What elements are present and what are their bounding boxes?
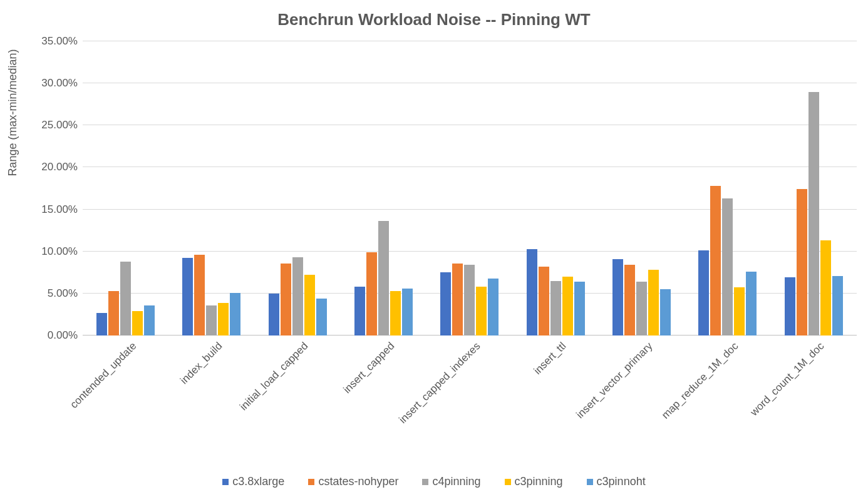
x-tick-label: initial_load_capped xyxy=(233,336,311,413)
legend-swatch xyxy=(587,479,593,485)
bar xyxy=(366,252,377,336)
x-tick-label: insert_capped xyxy=(336,336,397,396)
bar xyxy=(218,303,229,336)
bars-layer: contended_updateindex_buildinitial_load_… xyxy=(83,41,857,336)
category-group: contended_update xyxy=(83,41,168,336)
y-axis-label: Range (max-min/median) xyxy=(6,0,19,225)
bar xyxy=(194,255,205,336)
bar xyxy=(698,250,709,336)
bar xyxy=(785,277,795,336)
bar xyxy=(281,264,291,336)
legend-swatch xyxy=(222,479,229,485)
y-tick-label: 15.00% xyxy=(41,203,83,216)
y-tick-label: 10.00% xyxy=(41,245,83,258)
chart-title: Benchrun Workload Noise -- Pinning WT xyxy=(0,10,868,29)
bar xyxy=(636,282,647,336)
category-group: initial_load_capped xyxy=(255,41,341,336)
legend: c3.8xlargecstates-nohyperc4pinningc3pinn… xyxy=(0,475,868,488)
x-tick-label: index_build xyxy=(173,336,225,387)
bar xyxy=(390,291,401,336)
bar xyxy=(562,277,573,336)
bar xyxy=(120,262,131,336)
bar xyxy=(230,293,240,336)
bar xyxy=(488,279,499,336)
category-group: insert_ttl xyxy=(513,41,599,336)
x-tick-label: insert_vector_primary xyxy=(569,336,655,421)
y-tick-label: 25.00% xyxy=(41,119,83,131)
category-group: insert_capped_indexes xyxy=(426,41,512,336)
legend-label: cstates-nohyper xyxy=(318,475,398,488)
y-tick-label: 5.00% xyxy=(48,287,83,300)
bar xyxy=(648,270,659,336)
bar xyxy=(292,257,303,336)
bar xyxy=(304,275,315,336)
bar xyxy=(809,92,819,336)
bar xyxy=(206,305,217,336)
bar xyxy=(378,221,389,336)
legend-label: c4pinning xyxy=(432,475,480,488)
bar xyxy=(574,282,585,336)
bar xyxy=(464,265,475,336)
legend-label: c3pinnoht xyxy=(597,475,646,488)
category-group: insert_vector_primary xyxy=(599,41,685,336)
x-tick-label: insert_ttl xyxy=(527,336,569,377)
bar xyxy=(452,264,463,336)
bar xyxy=(797,189,807,336)
legend-item: c3.8xlarge xyxy=(222,475,284,488)
bar xyxy=(660,289,671,336)
category-group: word_count_1M_doc xyxy=(771,41,857,336)
bar xyxy=(476,287,487,336)
category-group: index_build xyxy=(168,41,254,336)
y-tick-label: 30.00% xyxy=(41,77,83,90)
category-group: insert_capped xyxy=(341,41,426,336)
bar xyxy=(354,287,365,336)
legend-item: c3pinning xyxy=(505,475,563,488)
bar xyxy=(550,281,561,336)
bar xyxy=(624,265,635,336)
legend-swatch xyxy=(422,479,428,485)
bar xyxy=(144,305,155,336)
bar xyxy=(269,294,279,336)
bar xyxy=(527,249,537,336)
bar xyxy=(96,313,107,336)
category-group: map_reduce_1M_doc xyxy=(685,41,770,336)
bar xyxy=(612,259,623,336)
bar xyxy=(734,287,745,336)
legend-label: c3.8xlarge xyxy=(232,475,284,488)
bar xyxy=(108,291,119,336)
y-tick-label: 0.00% xyxy=(48,329,83,342)
bar xyxy=(832,276,843,336)
legend-item: c4pinning xyxy=(422,475,480,488)
bar xyxy=(820,240,831,336)
legend-item: c3pinnoht xyxy=(587,475,646,488)
bar xyxy=(402,289,413,336)
bar xyxy=(746,272,757,336)
x-tick-label: contended_update xyxy=(63,336,139,411)
bar xyxy=(710,186,721,336)
legend-item: cstates-nohyper xyxy=(308,475,398,488)
bar xyxy=(539,267,549,336)
bar xyxy=(316,299,327,336)
x-tick-label: word_count_1M_doc xyxy=(744,336,827,419)
x-tick-label: map_reduce_1M_doc xyxy=(655,336,741,421)
legend-swatch xyxy=(505,479,511,485)
y-tick-label: 20.00% xyxy=(41,161,83,173)
bar xyxy=(182,258,193,336)
bar xyxy=(722,198,733,336)
y-tick-label: 35.00% xyxy=(41,35,83,48)
plot-area: 0.00%5.00%10.00%15.00%20.00%25.00%30.00%… xyxy=(83,41,857,336)
legend-swatch xyxy=(308,479,314,485)
chart-container: Benchrun Workload Noise -- Pinning WT Ra… xyxy=(0,0,868,502)
legend-label: c3pinning xyxy=(515,475,563,488)
bar xyxy=(440,272,451,336)
bar xyxy=(132,311,143,336)
x-tick-label: insert_capped_indexes xyxy=(392,336,483,426)
